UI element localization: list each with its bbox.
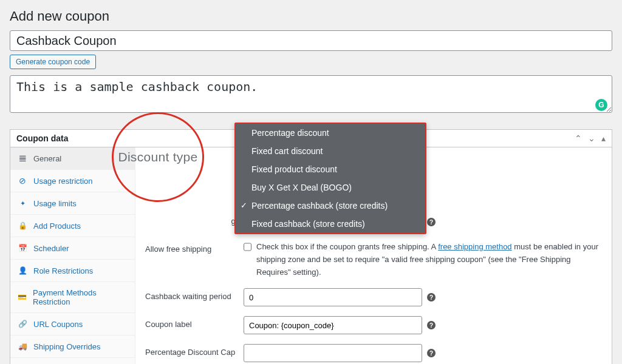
- chevron-up-icon[interactable]: ⌃: [575, 133, 582, 143]
- help-icon[interactable]: ?: [427, 349, 436, 357]
- dropdown-option[interactable]: Buy X Get X Deal (BOGO): [236, 178, 425, 197]
- row-coupon-label: Coupon label ?: [144, 311, 603, 339]
- tab-label: Usage limits: [33, 199, 77, 208]
- dropdown-option-selected[interactable]: Percentage cashback (store credits): [236, 197, 425, 215]
- tab-role-restrictions[interactable]: Role Restrictions: [10, 260, 135, 282]
- free-shipping-description: Check this box if the coupon grants free…: [256, 241, 602, 278]
- tab-usage-limits[interactable]: Usage limits: [10, 192, 135, 215]
- dropdown-option[interactable]: Fixed cart discount: [236, 142, 425, 160]
- tab-scheduler[interactable]: Scheduler: [10, 237, 135, 260]
- role-icon: [18, 266, 27, 275]
- tab-label: General: [33, 154, 61, 163]
- coupon-label-input[interactable]: [244, 316, 422, 334]
- tab-payment-methods-restriction[interactable]: Payment Methods Restriction: [10, 282, 135, 313]
- dropdown-option[interactable]: Fixed product discount: [236, 160, 425, 178]
- dropdown-option[interactable]: Fixed cashback (store credits): [236, 215, 425, 233]
- dropdown-option[interactable]: Percentage discount: [236, 124, 425, 142]
- row-free-shipping: Allow free shipping Check this box if th…: [144, 236, 603, 283]
- limits-icon: [18, 198, 27, 208]
- tab-url-coupons[interactable]: URL Coupons: [10, 313, 135, 335]
- coupon-data-panel: Coupon data ⌃ ⌄ ▴ General Usage restrict…: [10, 129, 612, 364]
- general-icon: [18, 153, 27, 163]
- chevron-down-icon[interactable]: ⌄: [588, 133, 595, 143]
- payment-icon: [18, 292, 27, 302]
- coupon-tabs: General Usage restriction Usage limits A…: [10, 147, 135, 364]
- row-cashback-waiting-period: Cashback waiting period ?: [144, 283, 603, 311]
- discount-type-dropdown[interactable]: Percentage discount Fixed cart discount …: [234, 123, 426, 234]
- help-icon[interactable]: ?: [427, 321, 436, 329]
- tab-one-click-apply[interactable]: One Click Apply: [10, 358, 135, 364]
- tab-shipping-overrides[interactable]: Shipping Overrides: [10, 335, 135, 358]
- panel-title: Coupon data: [16, 133, 69, 143]
- general-tab-content: Percentage discount Fixed cart discount …: [135, 147, 612, 364]
- shipping-icon: [18, 342, 27, 351]
- scheduler-icon: [18, 243, 27, 253]
- free-shipping-checkbox[interactable]: [244, 242, 251, 252]
- tab-general[interactable]: General: [10, 147, 135, 170]
- discount-cap-label: Percentage Discount Cap: [145, 344, 244, 357]
- coupon-label-label: Coupon label: [145, 316, 244, 329]
- products-icon: [18, 221, 27, 231]
- coupon-description-textarea[interactable]: This is a sample cashback coupon.: [10, 75, 612, 113]
- tab-label: Scheduler: [33, 244, 69, 253]
- discount-cap-input[interactable]: [244, 344, 422, 362]
- tab-add-products[interactable]: Add Products: [10, 215, 135, 237]
- grammarly-icon: G: [595, 99, 607, 111]
- coupon-title-input[interactable]: [10, 30, 612, 51]
- free-shipping-method-link[interactable]: free shipping method: [438, 242, 511, 251]
- row-percentage-discount-cap: Percentage Discount Cap ?: [144, 339, 603, 364]
- tab-label: Usage restriction: [33, 177, 93, 186]
- url-icon: [18, 319, 27, 329]
- help-icon[interactable]: ?: [427, 293, 436, 302]
- tab-label: Role Restrictions: [33, 266, 93, 275]
- tab-usage-restriction[interactable]: Usage restriction: [10, 170, 135, 192]
- tab-label: Add Products: [33, 221, 81, 231]
- restriction-icon: [18, 176, 27, 186]
- generate-coupon-code-button[interactable]: Generate coupon code: [10, 55, 96, 69]
- waiting-period-input[interactable]: [244, 288, 422, 306]
- tab-label: Shipping Overrides: [33, 342, 101, 351]
- free-shipping-label: Allow free shipping: [145, 241, 244, 254]
- collapse-icon[interactable]: ▴: [601, 133, 606, 143]
- tab-label: Payment Methods Restriction: [33, 288, 128, 306]
- waiting-period-label: Cashback waiting period: [145, 288, 244, 301]
- page-title: Add new coupon: [10, 8, 612, 24]
- help-icon[interactable]: ?: [427, 218, 436, 226]
- tab-label: URL Coupons: [33, 320, 83, 329]
- row-label-partial: ge: [145, 213, 244, 226]
